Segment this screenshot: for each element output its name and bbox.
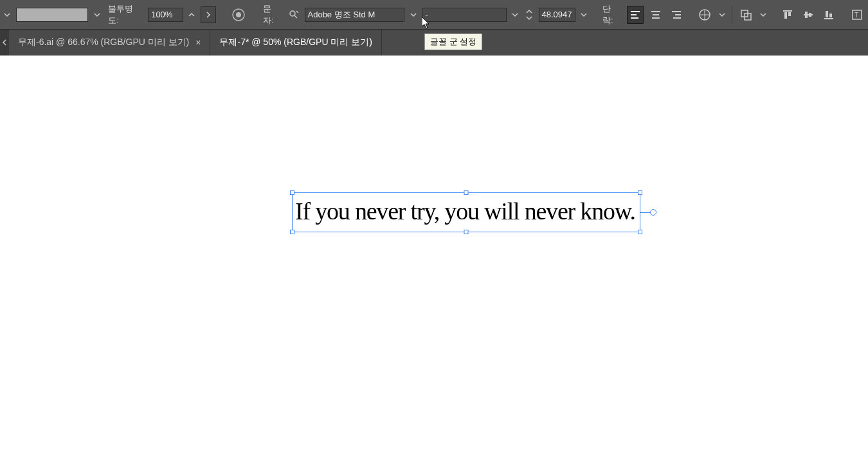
font-size-value: 48.0947 (542, 10, 572, 19)
tooltip: 글꼴 군 설정 (424, 33, 482, 50)
font-style-input[interactable]: - (422, 8, 506, 22)
recolor-artwork-button[interactable] (230, 6, 247, 24)
opacity-flyout[interactable] (201, 6, 216, 23)
handle-top-right[interactable] (638, 190, 642, 195)
align-center-button[interactable] (647, 6, 664, 24)
svg-rect-25 (826, 11, 828, 17)
opacity-value: 100% (151, 10, 172, 19)
touch-type-button[interactable] (696, 6, 713, 24)
style-swatch[interactable] (16, 8, 88, 22)
text-content[interactable]: If you never try, you will never know. (293, 193, 640, 225)
svg-point-1 (236, 12, 241, 17)
align-top-button[interactable] (779, 6, 796, 24)
svg-text:T: T (854, 12, 858, 19)
tooltip-text: 글꼴 군 설정 (430, 37, 476, 46)
svg-point-2 (290, 11, 295, 16)
tab-scroll-left[interactable] (0, 30, 9, 55)
mouse-cursor (422, 17, 431, 30)
handle-top-left[interactable] (290, 190, 294, 195)
transform-button[interactable] (737, 6, 754, 24)
svg-rect-23 (809, 13, 811, 17)
document-tab-2[interactable]: 무제-7* @ 50% (RGB/GPU 미리 보기) (210, 30, 381, 55)
tab-2-label: 무제-7* @ 50% (RGB/GPU 미리 보기) (219, 37, 372, 48)
tab-1-close[interactable]: × (195, 37, 201, 48)
style-dropdown[interactable] (92, 6, 102, 23)
font-size-dropdown[interactable] (579, 6, 589, 23)
font-style-dropdown[interactable] (511, 6, 520, 23)
control-toolbar: 불투명도: 100% 문자: Adobe 명조 Std M - 48.0947 … (0, 0, 868, 30)
align-left-button[interactable] (627, 6, 644, 24)
opacity-dropdown[interactable] (187, 6, 197, 23)
font-family-input[interactable]: Adobe 명조 Std M (305, 8, 405, 22)
handle-bottom-left[interactable] (290, 230, 294, 234)
svg-marker-29 (422, 17, 429, 28)
font-size-input[interactable]: 48.0947 (539, 8, 575, 22)
svg-rect-20 (788, 12, 791, 16)
document-tab-1[interactable]: 무제-6.ai @ 66.67% (RGB/GPU 미리 보기) × (9, 30, 210, 55)
svg-rect-19 (784, 12, 787, 19)
opacity-input[interactable]: 100% (148, 8, 183, 22)
out-port-connector (640, 212, 650, 213)
text-out-port[interactable] (650, 209, 656, 216)
transform-dropdown[interactable] (758, 6, 768, 23)
character-label: 문자: (260, 3, 284, 26)
font-family-dropdown[interactable] (408, 6, 418, 23)
tab-1-label: 무제-6.ai @ 66.67% (RGB/GPU 미리 보기) (18, 37, 189, 48)
blend-mode-dropdown[interactable] (3, 6, 12, 23)
align-right-button[interactable] (668, 6, 685, 24)
font-search-icon[interactable] (287, 6, 301, 24)
artboard[interactable]: If you never try, you will never know. (0, 55, 868, 471)
handle-bottom-center[interactable] (464, 230, 469, 234)
align-bottom-button[interactable] (820, 6, 837, 24)
align-vcenter-button[interactable] (800, 6, 817, 24)
handle-bottom-right[interactable] (638, 230, 642, 234)
opacity-label: 불투명도: (105, 3, 144, 26)
handle-top-center[interactable] (464, 190, 469, 195)
svg-line-3 (294, 15, 297, 18)
font-family-value: Adobe 명조 Std M (308, 9, 375, 21)
svg-rect-26 (829, 14, 832, 17)
paragraph-label: 단락: (600, 3, 623, 26)
area-type-button[interactable]: T (849, 6, 865, 24)
text-frame[interactable]: If you never try, you will never know. (292, 192, 640, 232)
touch-type-dropdown[interactable] (717, 6, 727, 23)
font-size-stepper[interactable] (524, 6, 535, 24)
svg-rect-22 (805, 12, 808, 18)
separator (732, 6, 732, 24)
